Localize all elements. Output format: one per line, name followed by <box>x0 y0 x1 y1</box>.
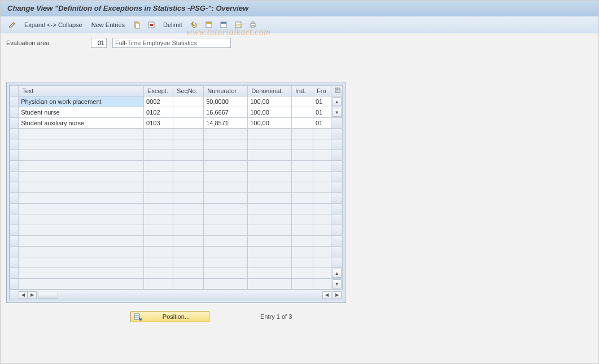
row-selector[interactable] <box>10 268 19 279</box>
cell-ind[interactable] <box>292 118 313 129</box>
cell-ind[interactable] <box>292 225 313 236</box>
cell-fro[interactable] <box>313 247 331 257</box>
cell-seqno[interactable] <box>173 236 204 247</box>
cell-numerator[interactable] <box>204 225 248 236</box>
cell-ind[interactable] <box>292 247 313 257</box>
cell-numerator[interactable] <box>204 268 248 279</box>
row-selector[interactable] <box>10 225 19 236</box>
cell-except[interactable] <box>144 279 173 290</box>
cell-fro[interactable] <box>313 257 331 268</box>
cell-seqno[interactable] <box>173 118 204 129</box>
cell-fro[interactable] <box>313 193 331 204</box>
cell-except[interactable] <box>144 150 173 161</box>
cell-numerator[interactable] <box>204 247 248 257</box>
hscroll-left-icon[interactable]: ◀ <box>19 291 28 299</box>
vscroll-up2-icon[interactable]: ▲ <box>333 269 342 278</box>
evaluation-area-code[interactable] <box>91 38 107 48</box>
cell-numerator[interactable] <box>204 257 248 268</box>
vscroll-up-icon[interactable]: ▲ <box>333 97 342 106</box>
cell-text[interactable] <box>19 150 144 161</box>
row-selector[interactable] <box>10 214 19 225</box>
cell-numerator[interactable] <box>204 172 248 182</box>
cell-denominat[interactable] <box>248 257 292 268</box>
row-selector[interactable] <box>10 118 19 129</box>
cell-ind[interactable] <box>292 268 313 279</box>
hscroll-end-icon[interactable]: ▶ <box>333 291 342 299</box>
cell-seqno[interactable] <box>173 225 204 236</box>
cell-fro[interactable] <box>313 182 331 193</box>
cell-except[interactable] <box>144 139 173 150</box>
cell-denominat[interactable] <box>248 236 292 247</box>
cell-text[interactable] <box>19 236 144 247</box>
cell-seqno[interactable] <box>173 204 204 214</box>
cell-seqno[interactable] <box>173 247 204 257</box>
cell-except[interactable] <box>144 182 173 193</box>
evaluation-area-desc[interactable] <box>112 38 231 48</box>
cell-ind[interactable] <box>292 236 313 247</box>
row-selector-header[interactable] <box>10 86 19 97</box>
row-selector[interactable] <box>10 247 19 257</box>
cell-denominat[interactable] <box>248 204 292 214</box>
cell-seqno[interactable] <box>173 268 204 279</box>
cell-except[interactable] <box>144 268 173 279</box>
cell-text[interactable] <box>19 225 144 236</box>
cell-fro[interactable] <box>313 172 331 182</box>
cell-text[interactable] <box>19 214 144 225</box>
cell-text[interactable] <box>19 172 144 182</box>
cell-numerator[interactable] <box>204 236 248 247</box>
cell-except[interactable] <box>144 172 173 182</box>
delimit-button[interactable]: Delimit <box>160 21 186 28</box>
hscroll-right-icon[interactable]: ▶ <box>28 291 37 299</box>
cell-ind[interactable] <box>292 257 313 268</box>
cell-text[interactable]: Student auxiliary nurse <box>19 118 144 129</box>
cell-ind[interactable] <box>292 129 313 139</box>
cell-fro[interactable] <box>313 204 331 214</box>
cell-ind[interactable] <box>292 214 313 225</box>
cell-except[interactable] <box>144 247 173 257</box>
cell-ind[interactable] <box>292 172 313 182</box>
table-config-icon[interactable] <box>331 86 343 97</box>
cell-denominat[interactable] <box>248 279 292 290</box>
cell-fro[interactable]: 01 <box>313 118 331 129</box>
row-selector[interactable] <box>10 107 19 118</box>
cell-denominat[interactable] <box>248 139 292 150</box>
col-header-text[interactable]: Text <box>19 86 144 97</box>
position-button[interactable]: Position... <box>130 311 209 322</box>
print-icon[interactable] <box>247 19 259 30</box>
row-selector[interactable] <box>10 257 19 268</box>
vscroll-down2-icon[interactable]: ▼ <box>333 279 342 288</box>
cell-fro[interactable] <box>313 161 331 172</box>
cell-text[interactable] <box>19 268 144 279</box>
cell-numerator[interactable]: 16,6667 <box>204 107 248 118</box>
cell-except[interactable] <box>144 214 173 225</box>
cell-fro[interactable]: 01 <box>313 107 331 118</box>
cell-fro[interactable] <box>313 279 331 290</box>
row-selector[interactable] <box>10 172 19 182</box>
cell-numerator[interactable]: 50,0000 <box>204 97 248 107</box>
cell-except[interactable] <box>144 193 173 204</box>
horizontal-scrollbar[interactable]: ◀ ▶ ◀ ▶ <box>10 290 343 300</box>
cell-ind[interactable] <box>292 161 313 172</box>
col-header-except[interactable]: Except. <box>144 86 173 97</box>
col-header-denominat[interactable]: Denominat. <box>248 86 292 97</box>
cell-seqno[interactable] <box>173 107 204 118</box>
cell-seqno[interactable] <box>173 257 204 268</box>
cell-fro[interactable] <box>313 225 331 236</box>
cell-seqno[interactable] <box>173 161 204 172</box>
cell-text[interactable] <box>19 204 144 214</box>
cell-except[interactable] <box>144 129 173 139</box>
row-selector[interactable] <box>10 97 19 107</box>
cell-numerator[interactable] <box>204 150 248 161</box>
cell-numerator[interactable] <box>204 279 248 290</box>
cell-denominat[interactable]: 100,00 <box>248 118 292 129</box>
cell-seqno[interactable] <box>173 129 204 139</box>
copy-icon[interactable] <box>130 19 143 30</box>
hscroll-right2-icon[interactable]: ◀ <box>322 291 331 299</box>
cell-except[interactable] <box>144 161 173 172</box>
row-selector[interactable] <box>10 129 19 139</box>
cell-ind[interactable] <box>292 107 313 118</box>
row-selector[interactable] <box>10 139 19 150</box>
cell-except[interactable] <box>144 225 173 236</box>
cell-denominat[interactable] <box>248 161 292 172</box>
cell-numerator[interactable] <box>204 139 248 150</box>
